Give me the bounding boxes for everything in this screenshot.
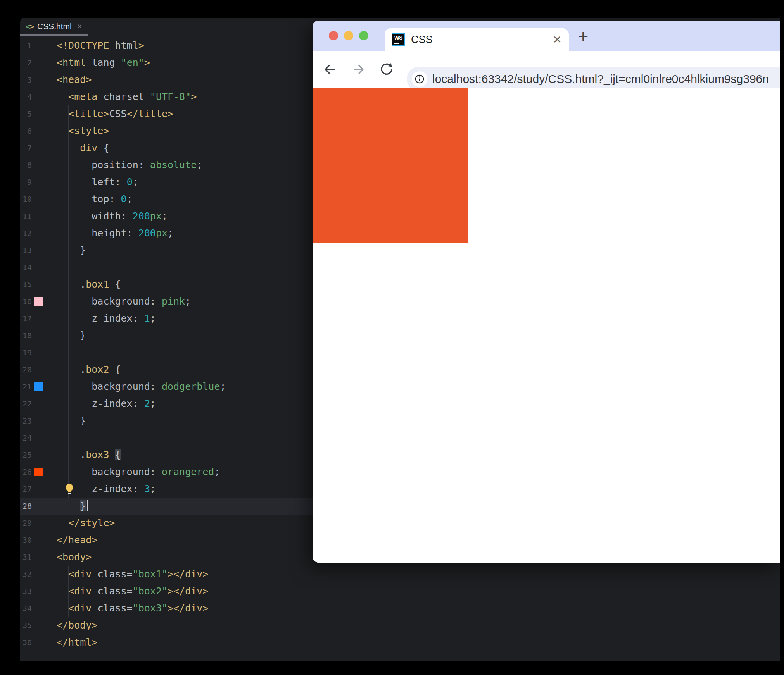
code-token bbox=[57, 603, 68, 614]
color-swatch[interactable] bbox=[34, 297, 43, 306]
code-token: 3 bbox=[144, 483, 150, 494]
code-token: lang= bbox=[86, 57, 121, 68]
browser-viewport bbox=[313, 88, 780, 563]
code-token: px bbox=[156, 227, 168, 239]
line-number: 16 bbox=[20, 293, 32, 310]
code-token: background: bbox=[57, 296, 162, 307]
code-token: left: bbox=[57, 176, 127, 188]
code-line[interactable]: 35</body> bbox=[20, 617, 780, 634]
line-number: 27 bbox=[20, 480, 32, 498]
browser-toolbar: localhost:63342/study/CSS.html?_ijt=cml0… bbox=[313, 51, 780, 88]
line-number: 28 bbox=[20, 498, 32, 515]
code-token: "box3" bbox=[133, 603, 168, 614]
code-token: orangered bbox=[162, 466, 214, 477]
code-token bbox=[57, 108, 68, 119]
code-token: ; bbox=[185, 296, 191, 307]
code-token: box2 bbox=[86, 364, 109, 375]
code-token: <meta bbox=[68, 91, 97, 102]
code-token: px bbox=[150, 210, 162, 222]
code-token: box3 bbox=[86, 449, 109, 460]
code-token: > bbox=[138, 40, 144, 51]
line-number: 5 bbox=[20, 105, 32, 122]
code-token bbox=[57, 125, 68, 136]
code-token: <div bbox=[68, 585, 92, 597]
code-token: . bbox=[57, 449, 86, 460]
code-token: 2 bbox=[144, 398, 150, 409]
code-token: ; bbox=[150, 398, 156, 409]
line-number: 8 bbox=[20, 157, 32, 174]
line-number: 4 bbox=[20, 88, 32, 105]
code-token: <html bbox=[57, 57, 86, 68]
line-number: 35 bbox=[20, 617, 32, 634]
back-icon[interactable] bbox=[323, 62, 337, 77]
site-info-icon[interactable] bbox=[412, 71, 427, 87]
screen: { "editor": { "tab": { "icon_left": "<",… bbox=[0, 0, 784, 675]
code-token bbox=[57, 142, 80, 153]
new-tab-button[interactable]: + bbox=[575, 28, 592, 45]
code-token: ; bbox=[127, 193, 133, 205]
code-token: </title> bbox=[127, 108, 173, 119]
code-token: <div bbox=[68, 568, 92, 580]
code-token: background: bbox=[57, 466, 162, 477]
line-number: 30 bbox=[20, 532, 32, 549]
code-token: ; bbox=[150, 313, 156, 324]
zoom-window-button[interactable] bbox=[359, 31, 368, 40]
code-line[interactable]: 32 <div class="box1"></div> bbox=[20, 566, 780, 583]
code-token: ; bbox=[197, 159, 202, 170]
code-token: width: bbox=[57, 210, 133, 222]
code-token: <title> bbox=[68, 108, 109, 119]
color-swatch[interactable] bbox=[34, 382, 43, 391]
code-token: "en" bbox=[121, 57, 144, 68]
line-number: 26 bbox=[20, 463, 32, 480]
code-token: ; bbox=[150, 483, 156, 494]
code-token: box1 bbox=[86, 279, 109, 290]
code-token bbox=[57, 568, 68, 580]
code-token: z-index: bbox=[57, 313, 144, 324]
line-number: 10 bbox=[20, 191, 32, 208]
code-token: ; bbox=[133, 176, 138, 188]
close-browser-tab-icon[interactable]: ✕ bbox=[553, 33, 562, 46]
code-token: </body> bbox=[57, 620, 97, 631]
close-window-button[interactable] bbox=[329, 31, 338, 40]
line-number: 11 bbox=[20, 208, 32, 225]
rendered-box3 bbox=[313, 88, 468, 243]
code-token: } bbox=[80, 500, 86, 511]
webstorm-favicon: WS bbox=[392, 33, 405, 46]
code-token: } bbox=[57, 245, 86, 256]
code-line[interactable]: 33 <div class="box2"></div> bbox=[20, 583, 780, 600]
line-number: 18 bbox=[20, 327, 32, 344]
code-token: . bbox=[57, 364, 86, 375]
line-number: 1 bbox=[20, 37, 32, 54]
code-token: class= bbox=[92, 585, 132, 597]
code-line[interactable]: 34 <div class="box3"></div> bbox=[20, 600, 780, 617]
intention-bulb-icon[interactable] bbox=[64, 483, 74, 496]
window-controls bbox=[329, 31, 368, 40]
code-token: height: bbox=[57, 227, 138, 239]
code-token: class= bbox=[92, 603, 132, 614]
forward-icon[interactable] bbox=[351, 62, 366, 77]
code-token: ; bbox=[168, 227, 173, 239]
code-token: <head> bbox=[57, 74, 92, 85]
text-caret bbox=[87, 500, 88, 511]
code-line[interactable]: 36</html> bbox=[20, 634, 780, 651]
browser-tab-css[interactable]: WS CSS ✕ bbox=[385, 28, 569, 51]
code-token bbox=[57, 500, 80, 511]
color-swatch[interactable] bbox=[34, 468, 43, 476]
close-tab-icon[interactable]: × bbox=[77, 21, 82, 31]
code-token: { bbox=[109, 364, 121, 375]
code-token: dodgerblue bbox=[162, 381, 220, 392]
editor-tab-css-html[interactable]: <> CSS.html × bbox=[20, 18, 88, 36]
line-number: 25 bbox=[20, 446, 32, 463]
code-token: > bbox=[144, 57, 150, 68]
line-number: 2 bbox=[20, 54, 32, 71]
code-token bbox=[57, 585, 68, 597]
code-token: "UTF-8" bbox=[150, 91, 191, 102]
reload-icon[interactable] bbox=[379, 62, 394, 77]
line-number: 17 bbox=[20, 310, 32, 327]
line-number: 3 bbox=[20, 71, 32, 88]
minimize-window-button[interactable] bbox=[344, 31, 353, 40]
code-token: background: bbox=[57, 381, 162, 392]
html-file-icon: <> bbox=[26, 22, 33, 31]
line-number: 23 bbox=[20, 412, 32, 429]
code-token: <!DOCTYPE bbox=[57, 40, 109, 51]
